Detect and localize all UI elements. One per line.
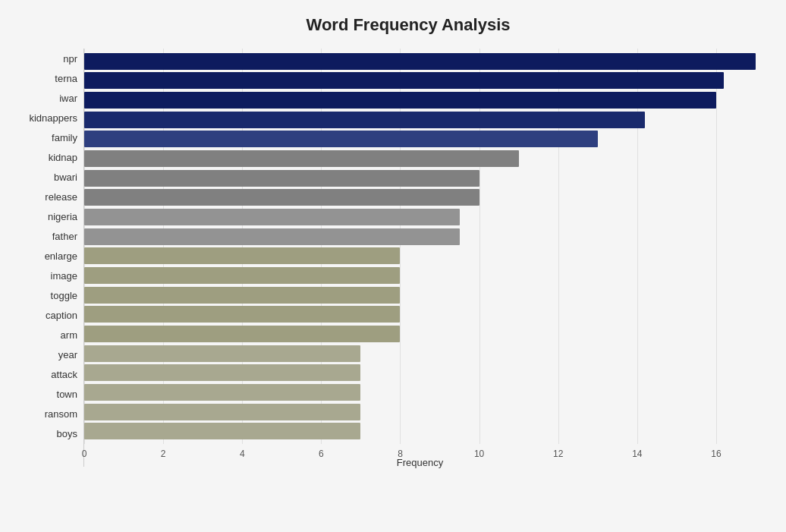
bars-wrapper xyxy=(84,49,756,444)
bar xyxy=(84,267,400,284)
x-tick: 4 xyxy=(240,449,245,459)
bar xyxy=(84,287,400,304)
y-label: family xyxy=(15,127,77,147)
y-label: image xyxy=(15,266,77,286)
x-axis-labels: Frequency 0246810121416 xyxy=(84,444,756,467)
bar xyxy=(84,170,479,187)
bar xyxy=(84,150,519,167)
bar xyxy=(84,384,360,401)
bar-row xyxy=(84,90,756,110)
bar-row xyxy=(84,130,756,150)
x-tick: 12 xyxy=(553,449,563,459)
bar xyxy=(84,72,724,89)
bar xyxy=(84,364,360,381)
y-label: boys xyxy=(15,424,77,444)
y-axis: nprternaiwarkidnappersfamilykidnapbwarir… xyxy=(15,49,83,467)
y-label: town xyxy=(15,385,77,405)
x-tick: 2 xyxy=(161,449,166,459)
bar xyxy=(84,209,460,225)
bar xyxy=(84,404,360,420)
y-label: iwar xyxy=(15,88,77,108)
y-label: father xyxy=(15,226,77,246)
x-tick: 10 xyxy=(474,449,484,459)
x-tick: 8 xyxy=(398,449,403,459)
bar-row xyxy=(84,227,756,247)
bar xyxy=(84,306,400,323)
y-label: ransom xyxy=(15,405,77,424)
y-label: arm xyxy=(15,326,77,345)
bar-row xyxy=(84,71,756,91)
plot-area: Frequency 0246810121416 xyxy=(83,49,756,467)
y-label: nigeria xyxy=(15,206,77,226)
bar xyxy=(84,228,460,245)
bar-row xyxy=(84,421,756,441)
bar xyxy=(84,326,400,342)
chart-title: Word Frequency Analysis xyxy=(15,15,756,35)
bar-row xyxy=(84,207,756,227)
bar xyxy=(84,345,360,362)
bar xyxy=(84,112,645,128)
bar-row xyxy=(84,52,756,71)
y-label: bwari xyxy=(15,167,77,187)
y-label: caption xyxy=(15,306,77,326)
y-label: year xyxy=(15,345,77,365)
bar-row xyxy=(84,285,756,305)
y-label: kidnap xyxy=(15,147,77,167)
bar-row xyxy=(84,149,756,168)
bar-row xyxy=(84,247,756,266)
bar xyxy=(84,131,598,147)
bar-row xyxy=(84,188,756,208)
y-label: npr xyxy=(15,49,77,68)
x-tick: 14 xyxy=(632,449,642,459)
x-tick: 16 xyxy=(711,449,721,459)
bar-row xyxy=(84,344,756,364)
bar-row xyxy=(84,305,756,325)
y-label: attack xyxy=(15,365,77,385)
y-label: terna xyxy=(15,68,77,88)
bar-row xyxy=(84,382,756,402)
bar-row xyxy=(84,266,756,285)
x-axis-title: Frequency xyxy=(84,457,756,468)
chart-area: nprternaiwarkidnappersfamilykidnapbwarir… xyxy=(15,49,756,467)
bar-row xyxy=(84,168,756,188)
bar-row xyxy=(84,364,756,383)
chart-container: Word Frequency Analysis nprternaiwarkidn… xyxy=(0,0,786,532)
y-label: release xyxy=(15,187,77,206)
bars-section: Frequency 0246810121416 xyxy=(83,49,756,467)
y-label: kidnappers xyxy=(15,108,77,127)
bar-row xyxy=(84,110,756,130)
y-label: enlarge xyxy=(15,246,77,266)
bar-row xyxy=(84,324,756,344)
bar xyxy=(84,247,400,264)
y-label: toggle xyxy=(15,286,77,306)
bar xyxy=(84,53,756,70)
x-tick: 0 xyxy=(82,449,87,459)
bar xyxy=(84,92,716,109)
bar xyxy=(84,423,360,439)
x-tick: 6 xyxy=(319,449,324,459)
bar-row xyxy=(84,402,756,422)
bar xyxy=(84,189,479,206)
